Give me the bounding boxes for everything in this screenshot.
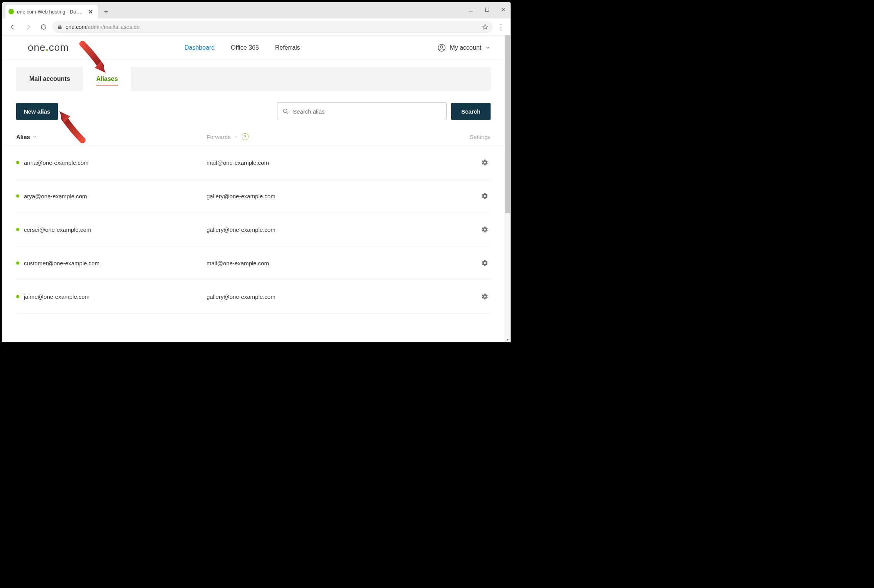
window-maximize-button[interactable] xyxy=(482,5,492,15)
bookmark-star-icon[interactable] xyxy=(482,24,488,30)
chevron-down-icon xyxy=(32,134,37,139)
user-icon xyxy=(437,44,446,52)
url-text: one.com/admin/mail/aliases.do xyxy=(66,24,477,30)
status-dot xyxy=(16,194,19,198)
svg-marker-8 xyxy=(59,111,70,123)
site-header: one.com Dashboard Office 365 Referrals M… xyxy=(2,35,504,60)
search-icon xyxy=(282,108,289,115)
tab-underline xyxy=(96,85,118,86)
plus-icon: + xyxy=(104,8,108,15)
status-dot xyxy=(16,261,19,265)
account-menu[interactable]: My account xyxy=(437,44,491,52)
browser-toolbar: one.com/admin/mail/aliases.do ⋮ xyxy=(2,18,511,35)
svg-marker-4 xyxy=(482,24,487,29)
column-header-alias[interactable]: Alias xyxy=(16,134,207,140)
svg-point-9 xyxy=(283,109,287,113)
new-tab-button[interactable]: + xyxy=(100,6,112,17)
chevron-down-icon xyxy=(234,134,239,139)
tab-favicon xyxy=(8,9,14,14)
new-alias-button[interactable]: New alias xyxy=(16,103,58,120)
search-alias-field[interactable] xyxy=(277,102,447,120)
scroll-down-icon[interactable]: ▾ xyxy=(504,337,511,342)
svg-line-10 xyxy=(286,112,288,114)
chevron-down-icon xyxy=(485,45,491,50)
status-dot xyxy=(16,295,19,298)
tab-aliases[interactable]: Aliases xyxy=(83,67,131,91)
browser-menu-button[interactable]: ⋮ xyxy=(495,23,507,31)
status-dot xyxy=(16,228,19,231)
mail-subtabs: Mail accounts Aliases xyxy=(16,67,491,91)
nav-office365[interactable]: Office 365 xyxy=(231,44,259,51)
logo-dot: . xyxy=(45,42,49,54)
lock-icon xyxy=(57,24,62,30)
table-row: jaime@one-example.com gallery@one-exampl… xyxy=(16,280,491,313)
row-settings-button[interactable] xyxy=(481,260,491,266)
status-dot xyxy=(16,161,19,164)
window-minimize-button[interactable] xyxy=(466,5,476,15)
browser-titlebar: one.com Web hosting - Domain… + xyxy=(2,2,511,18)
row-settings-button[interactable] xyxy=(481,226,491,233)
table-row: arya@one-example.com gallery@one-example… xyxy=(16,179,491,213)
row-settings-button[interactable] xyxy=(481,293,491,300)
nav-forward-button[interactable] xyxy=(22,20,35,34)
alias-cell: jaime@one-example.com xyxy=(24,293,89,300)
table-row: anna@one-example.com mail@one-example.co… xyxy=(16,146,491,179)
nav-dashboard[interactable]: Dashboard xyxy=(185,44,215,51)
alias-cell: cersei@one-example.com xyxy=(24,226,91,233)
account-label: My account xyxy=(450,44,481,51)
nav-back-button[interactable] xyxy=(6,20,19,34)
svg-point-6 xyxy=(440,45,443,48)
column-header-forwards[interactable]: Forwards ? xyxy=(207,133,470,140)
address-bar[interactable]: one.com/admin/mail/aliases.do xyxy=(52,21,493,33)
search-button[interactable]: Search xyxy=(451,103,491,120)
forward-cell: gallery@one-example.com xyxy=(207,193,481,199)
forward-cell: mail@one-example.com xyxy=(207,159,481,166)
forward-cell: gallery@one-example.com xyxy=(207,293,481,300)
alias-cell: customer@one-example.com xyxy=(24,260,99,266)
brand-logo[interactable]: one.com xyxy=(28,42,69,54)
window-close-button[interactable] xyxy=(498,5,508,15)
column-header-settings: Settings xyxy=(470,134,491,140)
svg-rect-1 xyxy=(486,8,489,12)
table-row: customer@one-example.com mail@one-exampl… xyxy=(16,246,491,280)
forward-cell: mail@one-example.com xyxy=(207,260,481,266)
browser-tab[interactable]: one.com Web hosting - Domain… xyxy=(5,5,98,18)
row-settings-button[interactable] xyxy=(481,159,491,166)
search-alias-input[interactable] xyxy=(293,108,442,115)
table-row: cersei@one-example.com gallery@one-examp… xyxy=(16,213,491,246)
scroll-thumb[interactable] xyxy=(505,35,510,213)
help-icon[interactable]: ? xyxy=(242,133,249,140)
alias-cell: anna@one-example.com xyxy=(24,159,89,166)
nav-reload-button[interactable] xyxy=(37,20,50,34)
close-tab-icon[interactable] xyxy=(88,9,93,14)
row-settings-button[interactable] xyxy=(481,193,491,199)
tab-title: one.com Web hosting - Domain… xyxy=(17,9,85,15)
vertical-scrollbar[interactable]: ▴ ▾ xyxy=(504,35,511,342)
alias-cell: arya@one-example.com xyxy=(24,193,87,199)
tab-mail-accounts[interactable]: Mail accounts xyxy=(16,67,83,91)
forward-cell: gallery@one-example.com xyxy=(207,226,481,233)
nav-referrals[interactable]: Referrals xyxy=(275,44,300,51)
